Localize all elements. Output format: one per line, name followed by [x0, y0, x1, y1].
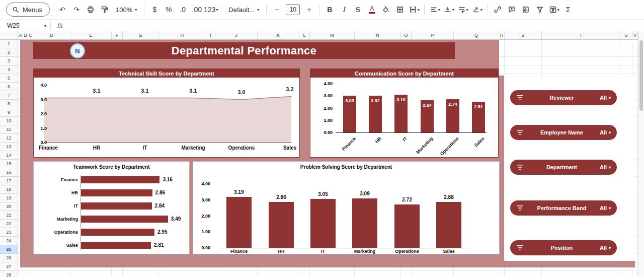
- column-header-T[interactable]: T: [542, 31, 620, 39]
- menus-button[interactable]: Menus: [6, 3, 50, 17]
- slicer-department[interactable]: DepartmentAll ▾: [510, 160, 617, 175]
- row-header-6[interactable]: 6: [0, 83, 18, 91]
- percent-format-button[interactable]: %: [162, 3, 175, 16]
- name-box[interactable]: W25 ▾: [0, 22, 50, 29]
- slicer-performance-band[interactable]: Performance BandAll ▾: [510, 200, 617, 216]
- column-header-Q[interactable]: Q: [454, 31, 499, 39]
- column-header-R[interactable]: R: [499, 31, 505, 39]
- row-header-1[interactable]: 1: [0, 40, 18, 48]
- currency-format-button[interactable]: $: [148, 3, 161, 16]
- column-header-V[interactable]: V: [632, 31, 638, 39]
- formula-input[interactable]: [68, 20, 644, 32]
- italic-button[interactable]: I: [337, 3, 350, 16]
- slicer-value[interactable]: All ▾: [600, 164, 611, 170]
- slicer-position[interactable]: PositionAll ▾: [510, 240, 617, 255]
- column-header-M[interactable]: M: [310, 31, 355, 39]
- column-header-D[interactable]: D: [33, 31, 70, 39]
- cell-grid[interactable]: Departmental Performance N Technical Ski…: [18, 40, 638, 277]
- row-header-17[interactable]: 17: [0, 177, 18, 185]
- column-header-U[interactable]: U: [620, 31, 632, 39]
- row-header-22[interactable]: 22: [0, 220, 18, 228]
- column-header-E[interactable]: E: [70, 31, 112, 39]
- row-header-18[interactable]: 18: [0, 185, 18, 194]
- vertical-align-button[interactable]: ▾: [442, 3, 455, 16]
- decrease-font-size-button[interactable]: −: [270, 3, 283, 16]
- row-header-10[interactable]: 10: [0, 117, 18, 125]
- row-header-3[interactable]: 3: [0, 57, 18, 65]
- row-header-19[interactable]: 19: [0, 194, 18, 202]
- bold-button[interactable]: B: [323, 3, 336, 16]
- text-color-button[interactable]: A: [365, 3, 378, 16]
- borders-button[interactable]: [393, 3, 407, 16]
- column-header-I[interactable]: I: [206, 31, 215, 39]
- filter-views-button[interactable]: ▾: [547, 3, 560, 16]
- number-format-button[interactable]: 123▾: [204, 3, 217, 16]
- slicer-reviewer[interactable]: ReviewerAll ▾: [510, 90, 617, 105]
- row-header-5[interactable]: 5: [0, 74, 18, 83]
- slicer-value[interactable]: All ▾: [600, 95, 611, 101]
- row-header-14[interactable]: 14: [0, 151, 18, 160]
- print-button[interactable]: [84, 3, 97, 16]
- insert-comment-button[interactable]: [505, 3, 518, 16]
- row-header-9[interactable]: 9: [0, 108, 18, 117]
- vertical-scrollbar[interactable]: [638, 31, 644, 277]
- column-header-C[interactable]: C: [28, 31, 33, 39]
- horizontal-align-button[interactable]: ▾: [428, 3, 441, 16]
- column-header-O[interactable]: O: [401, 31, 412, 39]
- row-header-25[interactable]: 25: [0, 245, 18, 254]
- column-header-G[interactable]: G: [123, 31, 158, 39]
- column-header-N[interactable]: N: [355, 31, 401, 39]
- zoom-dropdown[interactable]: 100%▾: [112, 3, 140, 16]
- column-header-S[interactable]: S: [505, 31, 542, 39]
- row-header-12[interactable]: 12: [0, 134, 18, 143]
- column-header-B[interactable]: B: [23, 31, 28, 39]
- font-size-input[interactable]: 10: [286, 4, 300, 15]
- font-family-dropdown[interactable]: Default...▾: [225, 3, 263, 16]
- insert-chart-button[interactable]: [519, 3, 532, 16]
- decrease-decimal-button[interactable]: .0: [176, 3, 189, 16]
- row-header-2[interactable]: 2: [0, 48, 18, 57]
- column-header-H[interactable]: H: [158, 31, 206, 39]
- column-header-P[interactable]: P: [412, 31, 454, 39]
- paint-format-button[interactable]: [98, 3, 111, 16]
- row-header-23[interactable]: 23: [0, 228, 18, 237]
- row-header-15[interactable]: 15: [0, 160, 18, 168]
- row-header-16[interactable]: 16: [0, 168, 18, 177]
- row-header-26[interactable]: 26: [0, 254, 18, 262]
- increase-decimal-button[interactable]: .00: [190, 3, 203, 16]
- row-header-7[interactable]: 7: [0, 91, 18, 100]
- fill-color-button[interactable]: [379, 3, 392, 16]
- select-all-corner[interactable]: [0, 31, 18, 40]
- row-header-4[interactable]: 4: [0, 65, 18, 74]
- column-header-F[interactable]: F: [112, 31, 123, 39]
- slicer-value[interactable]: All ▾: [600, 205, 611, 211]
- row-header-27[interactable]: 27: [0, 262, 18, 271]
- slicer-value[interactable]: All ▾: [600, 129, 611, 135]
- redo-button[interactable]: ↷: [70, 3, 83, 16]
- slicer-employee-name[interactable]: Employee NameAll ▾: [510, 125, 617, 140]
- column-header-A[interactable]: A: [18, 31, 23, 39]
- chevron-down-icon: ▾: [466, 8, 468, 12]
- row-header-24[interactable]: 24: [0, 237, 18, 245]
- row-header-21[interactable]: 21: [0, 211, 18, 220]
- functions-button[interactable]: Σ: [561, 3, 575, 16]
- row-header-28[interactable]: 28: [0, 271, 18, 277]
- slicer-value[interactable]: All ▾: [600, 245, 611, 251]
- row-header-8[interactable]: 8: [0, 100, 18, 108]
- text-rotation-button[interactable]: ▾: [470, 3, 484, 16]
- merge-cells-button[interactable]: ▾: [408, 3, 421, 16]
- row-header-11[interactable]: 11: [0, 125, 18, 134]
- text-wrap-button[interactable]: ▾: [456, 3, 469, 16]
- undo-button[interactable]: ↶: [56, 3, 69, 16]
- strikethrough-button[interactable]: S: [351, 3, 364, 16]
- row-header-13[interactable]: 13: [0, 143, 18, 151]
- create-filter-button[interactable]: [533, 3, 546, 16]
- x-axis: [336, 132, 487, 133]
- column-header-J[interactable]: J: [215, 31, 258, 39]
- increase-font-size-button[interactable]: +: [302, 3, 315, 16]
- insert-link-button[interactable]: [491, 3, 504, 16]
- column-header-L[interactable]: L: [299, 31, 310, 39]
- scrollbar-thumb[interactable]: [639, 40, 643, 111]
- row-header-20[interactable]: 20: [0, 202, 18, 211]
- column-header-K[interactable]: K: [258, 31, 299, 39]
